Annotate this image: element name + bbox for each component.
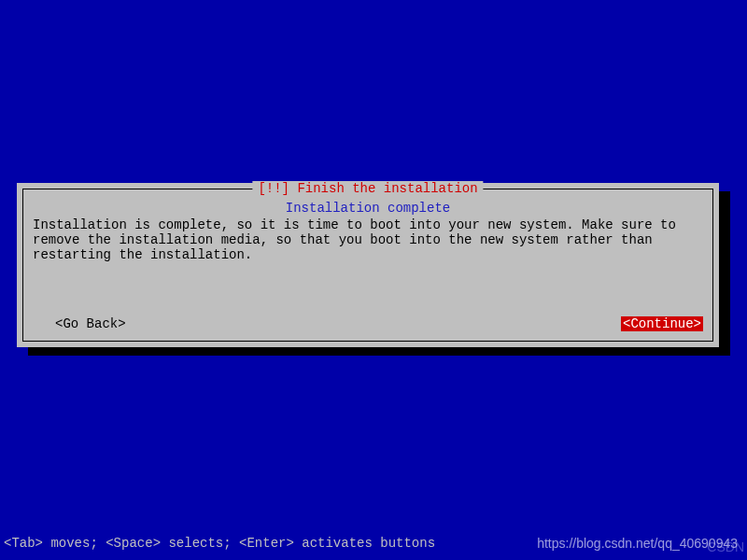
dialog-title: [!!] Finish the installation [252,181,483,196]
dialog-body-text: Installation is complete, so it is time … [33,217,703,262]
corner-brand: CSDN [707,539,744,554]
go-back-button[interactable]: <Go Back> [53,316,128,331]
status-bar-hint: <Tab> moves; <Space> selects; <Enter> ac… [4,536,435,551]
continue-button[interactable]: <Continue> [621,316,703,331]
dialog-button-row: <Go Back> <Continue> [33,316,703,331]
dialog-frame: [!!] Finish the installation Installatio… [22,189,713,342]
dialog-subtitle: Installation complete [33,201,703,216]
dialog: [!!] Finish the installation Installatio… [17,183,719,347]
